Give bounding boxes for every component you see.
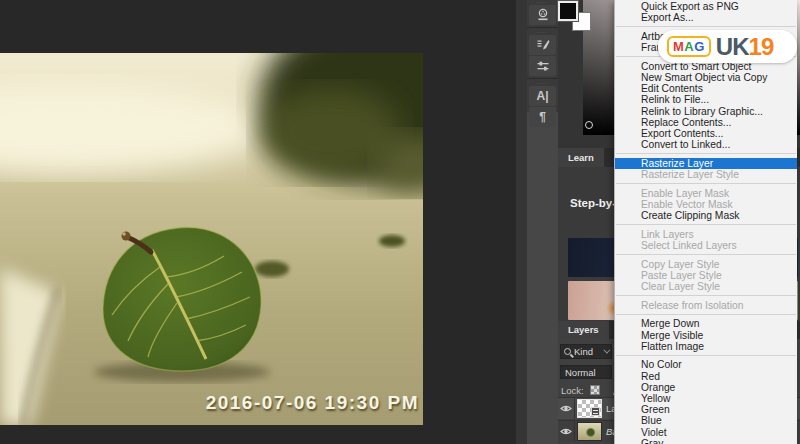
menu-item: Paste Layer Style [615,270,797,281]
menu-item[interactable]: Merge Down [615,318,797,329]
menu-item: Select Linked Layers [615,240,797,251]
menu-item[interactable]: Orange [615,382,797,393]
menu-item[interactable]: Create Clipping Mask [615,210,797,221]
tab-learn[interactable]: Learn [558,148,604,167]
blend-mode-value: Normal [565,367,596,378]
panel-dock: .... .... [527,0,558,444]
dock-divider [516,0,527,444]
menu-item[interactable]: Export As... [615,12,797,23]
mag-logo-badge: MAG [667,36,711,57]
menu-item[interactable]: Gray [615,438,797,444]
menu-item[interactable]: Yellow [615,393,797,404]
menu-separator [615,311,797,319]
menu-item[interactable]: Edit Contents [615,83,797,94]
photoshop-window: 2016-07-06 19:30 PM .... .... [0,0,800,444]
layer-visibility-toggle[interactable] [558,398,575,419]
chevron-down-icon [603,347,610,354]
menu-item: Copy Layer Style [615,259,797,270]
dock-section-divider [527,78,558,79]
layer-badge-icon [591,407,600,416]
beach-leaf-image [0,53,423,425]
dock-drag-handle[interactable]: .... [527,0,558,4]
menu-item: Release from Isolation [615,300,797,311]
layer-filter-value: Kind [574,346,593,357]
search-icon [564,348,571,355]
menu-item[interactable]: Blue [615,415,797,426]
layer-filter-dropdown[interactable]: Kind [560,344,612,359]
menu-item[interactable]: Convert to Linked... [615,139,797,150]
dock-drag-handle[interactable]: .... [527,81,558,85]
menu-item[interactable]: Flatten Image [615,341,797,352]
menu-item[interactable]: Red [615,371,797,382]
menu-item[interactable]: New Smart Object via Copy [615,72,797,83]
adjustments-panel-icon[interactable] [529,5,556,25]
menu-separator [615,150,797,158]
menu-separator [615,352,797,360]
panel-dock-icons: .... .... [527,0,558,112]
menu-item[interactable]: Export Contents... [615,128,797,139]
logo-wordmark: UK19 [716,35,773,59]
lock-label: Lock: [561,385,584,396]
dock-drag-handle[interactable]: .... [527,30,558,34]
menu-item: Rasterize Layer Style [615,169,797,180]
canvas-photo: 2016-07-06 19:30 PM [0,53,423,425]
menu-item[interactable]: Merge Visible [615,330,797,341]
blend-mode-dropdown[interactable]: Normal [560,365,612,379]
menu-item[interactable]: Replace Contents... [615,117,797,128]
menu-item: Enable Vector Mask [615,199,797,210]
layer-visibility-toggle[interactable] [558,421,575,442]
character-panel-icon[interactable]: A| [529,86,556,106]
menu-item[interactable]: Relink to File... [615,94,797,105]
menu-item[interactable]: Green [615,404,797,415]
menu-item[interactable]: No Color [615,359,797,370]
menu-item[interactable]: Relink to Library Graphic... [615,106,797,117]
menu-item[interactable]: Rasterize Layer [615,158,797,169]
menu-separator [615,251,797,259]
tab-layers[interactable]: Layers [558,321,609,339]
menu-item: Link Layers [615,229,797,240]
brush-settings-panel-icon[interactable] [529,35,556,55]
photo-timestamp: 2016-07-06 19:30 PM [206,392,419,414]
menu-item[interactable]: Violet [615,427,797,438]
site-logo: MAG UK19 [658,30,797,63]
menu-item: Clear Layer Style [615,281,797,292]
layer-thumbnail[interactable] [577,399,602,418]
dock-section-divider [527,27,558,28]
menu-separator [615,292,797,300]
brushes-panel-icon[interactable] [529,56,556,76]
menu-separator [615,221,797,229]
menu-item[interactable]: Quick Export as PNG [615,1,797,12]
eye-icon [560,404,572,413]
lock-transparency-icon[interactable] [590,385,600,395]
menu-separator [615,180,797,188]
menu-item: Enable Layer Mask [615,188,797,199]
color-picker-handle[interactable] [585,121,593,129]
paragraph-panel-icon[interactable]: ¶ [529,107,556,127]
layer-thumbnail[interactable] [577,422,602,441]
context-menu: Quick Export as PNGExport As...Artboard … [614,0,797,444]
eye-icon [560,427,572,436]
foreground-color-swatch[interactable] [558,1,578,21]
